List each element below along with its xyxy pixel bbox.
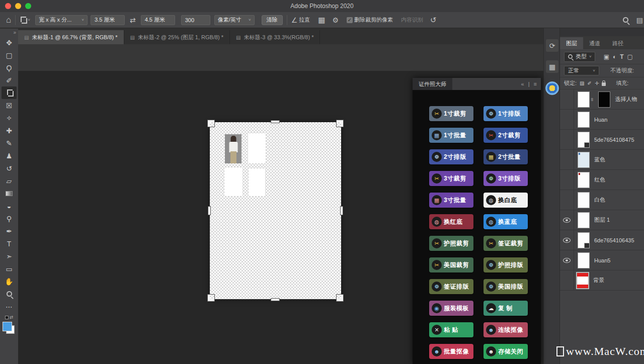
empty-photo-slot[interactable] xyxy=(224,167,243,196)
dodge-tool[interactable]: ⚲ xyxy=(2,212,17,225)
empty-photo-slot[interactable] xyxy=(249,168,265,196)
layer-name[interactable]: 选择人物 xyxy=(615,96,637,103)
layer-thumbnail[interactable] xyxy=(578,132,590,148)
overlay-options-icon[interactable]: ▦ xyxy=(318,16,325,25)
clone-stamp-tool[interactable]: ♟ xyxy=(2,149,17,162)
eyedropper-tool[interactable]: ✧ xyxy=(2,112,17,124)
layer-name[interactable]: Huan xyxy=(594,117,607,123)
button-1in-layout[interactable]: ❁1寸排版 xyxy=(484,106,528,121)
rectangular-marquee-tool[interactable]: ▢ xyxy=(2,49,17,61)
lock-all-icon[interactable] xyxy=(602,82,606,86)
layer-thumbnail[interactable] xyxy=(578,172,590,188)
layer-row[interactable]: 蓝色 xyxy=(560,150,644,170)
aspect-ratio-dropdown[interactable]: 宽 x 高 x 分... ˅ xyxy=(35,15,88,25)
button-passport-crop[interactable]: ✂护照裁剪 xyxy=(429,236,473,251)
foreground-color-swatch[interactable] xyxy=(3,322,12,331)
layer-name[interactable]: 红色 xyxy=(594,176,605,184)
layer-row[interactable]: 背景 xyxy=(560,270,644,291)
gradient-tool[interactable] xyxy=(2,187,17,200)
button-2in-batch[interactable]: ▦2寸批量 xyxy=(484,149,528,164)
resolution-input[interactable]: 300 xyxy=(181,15,210,25)
filter-shape-layers-icon[interactable]: ▢ xyxy=(627,53,633,60)
layer-thumbnail[interactable] xyxy=(578,252,590,268)
button-continuous-matting[interactable]: ☻连续抠像 xyxy=(484,322,528,337)
crop-width-input[interactable]: 3.5 厘米 xyxy=(91,15,125,25)
frame-tool[interactable]: ☒ xyxy=(2,99,17,112)
default-colors-icon[interactable] xyxy=(5,316,9,319)
layer-row[interactable]: 图层 1 xyxy=(560,210,644,230)
crop-height-input[interactable]: 4.5 厘米 xyxy=(141,15,175,25)
plugin-launcher-badge[interactable] xyxy=(545,81,559,95)
visibility-toggle[interactable] xyxy=(560,230,574,250)
crop-handle-right[interactable] xyxy=(340,206,343,215)
crop-handle-top-right[interactable] xyxy=(337,120,343,127)
button-3in-layout[interactable]: ❁3寸排版 xyxy=(484,171,528,186)
crop-settings-gear-icon[interactable]: ⚙ xyxy=(332,16,339,24)
tab-layers[interactable]: 图层 xyxy=(560,37,583,49)
visibility-toggle[interactable] xyxy=(560,89,574,109)
button-clothing-template[interactable]: ◉服装模板 xyxy=(429,301,473,316)
panel-menu-icon[interactable]: ≡ xyxy=(534,81,537,87)
swap-dimensions-icon[interactable]: ⇄ xyxy=(130,16,136,24)
button-us-layout[interactable]: ❁美国排版 xyxy=(484,279,528,294)
lasso-tool[interactable]: Ϙ xyxy=(2,61,17,74)
layer-thumbnail[interactable] xyxy=(577,272,589,289)
layer-thumbnail[interactable] xyxy=(578,112,590,128)
content-aware-label[interactable]: 内容识别 xyxy=(401,16,423,24)
home-icon[interactable]: ⌂ xyxy=(6,15,11,25)
layer-name[interactable]: 5de7654108475 xyxy=(594,137,634,143)
visibility-toggle[interactable] xyxy=(560,110,574,129)
crop-handle-top[interactable] xyxy=(271,120,280,123)
layer-thumbnail[interactable] xyxy=(578,212,590,228)
move-tool[interactable]: ✥ xyxy=(2,36,17,49)
collapse-panel-icon[interactable]: « xyxy=(521,81,524,87)
plugin-panel-header[interactable]: 证件照大师 « | ≡ xyxy=(413,78,541,90)
tab-channels[interactable]: 通道 xyxy=(583,37,606,49)
tab-paths[interactable]: 路径 xyxy=(606,37,629,49)
button-1in-batch[interactable]: ▦1寸批量 xyxy=(429,128,473,143)
button-passport-layout[interactable]: ❁护照排版 xyxy=(484,257,528,272)
layer-row[interactable]: 5de7654108475 xyxy=(560,130,644,150)
reset-icon[interactable]: ↺ xyxy=(430,16,437,25)
document-tab-2[interactable]: ▤ 未标题-2 @ 25% (图层 1, RGB/8) * xyxy=(124,30,230,44)
history-brush-tool[interactable]: ↺ xyxy=(2,162,17,174)
layer-row[interactable]: ∞ 选择人物 xyxy=(560,89,644,110)
layer-name[interactable]: 背景 xyxy=(593,277,604,284)
button-red-background[interactable]: ◍换红底 xyxy=(429,214,473,229)
hand-tool[interactable]: ✋ xyxy=(2,275,17,288)
visibility-toggle[interactable] xyxy=(560,210,574,230)
delete-cropped-pixels-checkbox[interactable]: ✓ 删除裁剪的像素 xyxy=(347,16,393,24)
layer-name[interactable]: 6de7654106435 xyxy=(594,237,634,243)
visibility-toggle[interactable] xyxy=(560,190,574,210)
layer-thumbnail[interactable] xyxy=(578,232,590,248)
patterns-panel-icon[interactable]: ▦ xyxy=(546,60,558,73)
straighten-button[interactable]: ∠ 拉直 xyxy=(291,16,310,24)
layer-name[interactable]: 蓝色 xyxy=(594,156,605,163)
layer-name[interactable]: Huan5 xyxy=(594,257,610,263)
button-white-background[interactable]: ◍换白底 xyxy=(484,193,528,208)
spot-healing-brush-tool[interactable]: ✚ xyxy=(2,124,17,137)
search-icon[interactable] xyxy=(623,17,628,23)
blur-tool[interactable]: ◒ xyxy=(2,200,17,212)
button-3in-batch[interactable]: ▦3寸批量 xyxy=(429,193,473,208)
button-batch-matting[interactable]: ☻批量抠像 xyxy=(429,344,473,359)
zoom-tool[interactable] xyxy=(2,288,17,300)
collapse-toolbar-icon[interactable]: » xyxy=(13,30,16,35)
quick-selection-tool[interactable]: ✐ xyxy=(2,74,17,86)
document-tab-1[interactable]: ▤ 未标题-1 @ 66.7% (背景, RGB/8) * xyxy=(18,30,124,44)
layer-name[interactable]: 白色 xyxy=(594,196,605,204)
mask-link-icon[interactable]: ∞ xyxy=(590,98,595,101)
layer-row[interactable]: 6de7654106435 xyxy=(560,230,644,250)
empty-photo-slot[interactable] xyxy=(248,133,266,163)
eraser-tool[interactable]: ▱ xyxy=(2,174,17,187)
brush-tool[interactable]: ✎ xyxy=(2,137,17,149)
edit-toolbar-button[interactable]: ⋯ xyxy=(2,300,17,313)
blend-mode-dropdown[interactable]: 正常 ˅ xyxy=(564,66,599,75)
layer-thumbnail[interactable] xyxy=(578,92,590,108)
button-2in-layout[interactable]: ❁2寸排版 xyxy=(429,149,473,164)
visibility-toggle[interactable] xyxy=(560,130,574,149)
filter-pixel-layers-icon[interactable]: ▣ xyxy=(604,53,609,60)
visibility-toggle[interactable] xyxy=(560,150,574,169)
visibility-toggle[interactable] xyxy=(560,250,574,270)
swap-colors-icon[interactable]: ⇄ xyxy=(10,315,14,320)
